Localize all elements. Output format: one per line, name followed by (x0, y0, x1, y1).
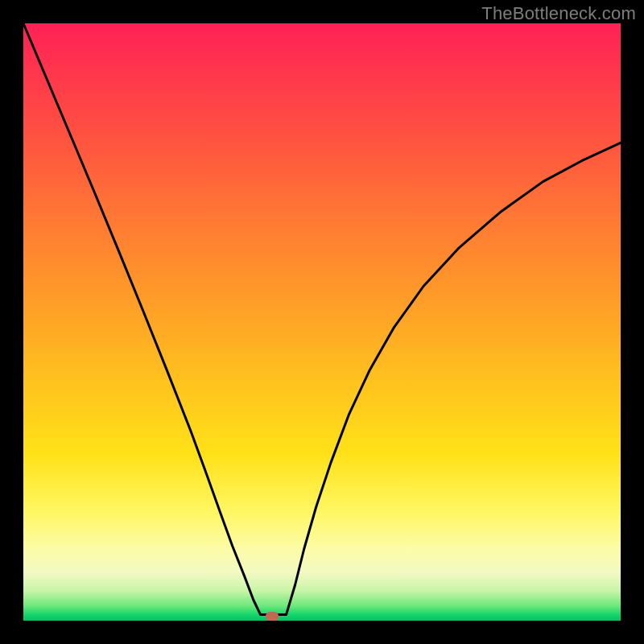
bottleneck-curve (23, 23, 621, 621)
bottleneck-marker (266, 612, 279, 621)
plot-area (23, 23, 621, 621)
chart-frame: TheBottleneck.com (0, 0, 644, 644)
watermark-text: TheBottleneck.com (481, 3, 636, 24)
